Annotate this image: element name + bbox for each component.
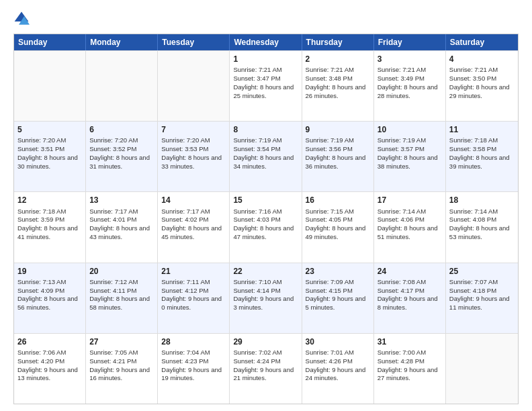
day-cell-16: 16Sunrise: 7:15 AM Sunset: 4:05 PM Dayli… [302, 192, 374, 262]
day-number: 25 [449, 266, 515, 277]
day-number: 13 [89, 195, 154, 205]
day-info: Sunrise: 7:01 AM Sunset: 4:26 PM Dayligh… [306, 349, 370, 383]
day-cell-15: 15Sunrise: 7:16 AM Sunset: 4:03 PM Dayli… [230, 192, 302, 262]
day-info: Sunrise: 7:11 AM Sunset: 4:12 PM Dayligh… [161, 278, 226, 312]
day-cell-18: 18Sunrise: 7:14 AM Sunset: 4:08 PM Dayli… [446, 192, 518, 262]
calendar-row-4: 19Sunrise: 7:13 AM Sunset: 4:09 PM Dayli… [14, 263, 518, 333]
day-number: 14 [161, 195, 226, 205]
day-cell-21: 21Sunrise: 7:11 AM Sunset: 4:12 PM Dayli… [158, 263, 230, 333]
day-info: Sunrise: 7:14 AM Sunset: 4:08 PM Dayligh… [449, 208, 515, 242]
day-cell-14: 14Sunrise: 7:17 AM Sunset: 4:02 PM Dayli… [158, 192, 230, 262]
day-number: 26 [17, 336, 82, 347]
day-cell-5: 5Sunrise: 7:20 AM Sunset: 3:51 PM Daylig… [14, 122, 86, 191]
day-info: Sunrise: 7:02 AM Sunset: 4:24 PM Dayligh… [233, 349, 298, 383]
day-info: Sunrise: 7:21 AM Sunset: 3:49 PM Dayligh… [378, 66, 442, 100]
day-cell-31: 31Sunrise: 7:00 AM Sunset: 4:28 PM Dayli… [374, 334, 446, 404]
day-number: 23 [306, 266, 370, 277]
day-info: Sunrise: 7:21 AM Sunset: 3:47 PM Dayligh… [233, 66, 298, 100]
day-number: 27 [89, 336, 154, 347]
day-cell-23: 23Sunrise: 7:09 AM Sunset: 4:15 PM Dayli… [302, 263, 374, 333]
empty-cell [446, 334, 518, 404]
day-info: Sunrise: 7:20 AM Sunset: 3:53 PM Dayligh… [161, 136, 226, 171]
weekday-header-friday: Friday [374, 34, 446, 50]
calendar-row-5: 26Sunrise: 7:06 AM Sunset: 4:20 PM Dayli… [14, 333, 518, 404]
day-info: Sunrise: 7:09 AM Sunset: 4:15 PM Dayligh… [306, 278, 370, 312]
day-cell-6: 6Sunrise: 7:20 AM Sunset: 3:52 PM Daylig… [86, 122, 158, 191]
day-info: Sunrise: 7:05 AM Sunset: 4:21 PM Dayligh… [89, 349, 154, 383]
day-cell-8: 8Sunrise: 7:19 AM Sunset: 3:54 PM Daylig… [230, 122, 302, 191]
day-cell-28: 28Sunrise: 7:04 AM Sunset: 4:23 PM Dayli… [158, 334, 230, 404]
day-cell-9: 9Sunrise: 7:19 AM Sunset: 3:56 PM Daylig… [302, 122, 374, 191]
day-cell-7: 7Sunrise: 7:20 AM Sunset: 3:53 PM Daylig… [158, 122, 230, 191]
day-cell-13: 13Sunrise: 7:17 AM Sunset: 4:01 PM Dayli… [86, 192, 158, 262]
day-info: Sunrise: 7:00 AM Sunset: 4:28 PM Dayligh… [378, 349, 442, 383]
calendar: SundayMondayTuesdayWednesdayThursdayFrid… [13, 34, 519, 404]
day-cell-22: 22Sunrise: 7:10 AM Sunset: 4:14 PM Dayli… [230, 263, 302, 333]
day-number: 22 [233, 266, 298, 277]
day-number: 4 [449, 54, 515, 64]
day-cell-3: 3Sunrise: 7:21 AM Sunset: 3:49 PM Daylig… [374, 51, 446, 121]
day-number: 5 [17, 124, 82, 135]
day-info: Sunrise: 7:15 AM Sunset: 4:05 PM Dayligh… [306, 208, 370, 242]
day-info: Sunrise: 7:14 AM Sunset: 4:06 PM Dayligh… [378, 208, 442, 242]
day-number: 31 [378, 336, 442, 347]
page: SundayMondayTuesdayWednesdayThursdayFrid… [0, 0, 532, 411]
day-info: Sunrise: 7:19 AM Sunset: 3:54 PM Dayligh… [233, 136, 298, 171]
calendar-row-2: 5Sunrise: 7:20 AM Sunset: 3:51 PM Daylig… [14, 121, 518, 191]
day-info: Sunrise: 7:08 AM Sunset: 4:17 PM Dayligh… [378, 278, 442, 312]
day-info: Sunrise: 7:13 AM Sunset: 4:09 PM Dayligh… [17, 278, 82, 312]
day-info: Sunrise: 7:17 AM Sunset: 4:01 PM Dayligh… [89, 208, 154, 242]
day-info: Sunrise: 7:07 AM Sunset: 4:18 PM Dayligh… [449, 278, 515, 312]
weekday-header-saturday: Saturday [446, 34, 518, 50]
calendar-body: 1Sunrise: 7:21 AM Sunset: 3:47 PM Daylig… [14, 50, 518, 404]
day-cell-30: 30Sunrise: 7:01 AM Sunset: 4:26 PM Dayli… [302, 334, 374, 404]
day-cell-12: 12Sunrise: 7:18 AM Sunset: 3:59 PM Dayli… [14, 192, 86, 262]
header [13, 11, 519, 27]
day-cell-11: 11Sunrise: 7:18 AM Sunset: 3:58 PM Dayli… [446, 122, 518, 191]
logo-icon [13, 11, 30, 27]
day-number: 3 [378, 54, 442, 64]
day-info: Sunrise: 7:06 AM Sunset: 4:20 PM Dayligh… [17, 349, 82, 383]
day-number: 7 [161, 124, 226, 135]
weekday-header-tuesday: Tuesday [158, 34, 230, 50]
day-cell-1: 1Sunrise: 7:21 AM Sunset: 3:47 PM Daylig… [230, 51, 302, 121]
day-cell-26: 26Sunrise: 7:06 AM Sunset: 4:20 PM Dayli… [14, 334, 86, 404]
day-number: 1 [233, 54, 298, 64]
weekday-header-thursday: Thursday [302, 34, 374, 50]
weekday-header-monday: Monday [86, 34, 158, 50]
day-number: 8 [233, 124, 298, 135]
day-cell-10: 10Sunrise: 7:19 AM Sunset: 3:57 PM Dayli… [374, 122, 446, 191]
day-info: Sunrise: 7:20 AM Sunset: 3:51 PM Dayligh… [17, 136, 82, 171]
day-cell-4: 4Sunrise: 7:21 AM Sunset: 3:50 PM Daylig… [446, 51, 518, 121]
calendar-row-3: 12Sunrise: 7:18 AM Sunset: 3:59 PM Dayli… [14, 191, 518, 262]
day-number: 12 [17, 195, 82, 205]
day-number: 16 [306, 195, 370, 205]
day-cell-20: 20Sunrise: 7:12 AM Sunset: 4:11 PM Dayli… [86, 263, 158, 333]
day-cell-27: 27Sunrise: 7:05 AM Sunset: 4:21 PM Dayli… [86, 334, 158, 404]
day-info: Sunrise: 7:12 AM Sunset: 4:11 PM Dayligh… [89, 278, 154, 312]
day-info: Sunrise: 7:04 AM Sunset: 4:23 PM Dayligh… [161, 349, 226, 383]
logo [13, 11, 32, 27]
day-cell-17: 17Sunrise: 7:14 AM Sunset: 4:06 PM Dayli… [374, 192, 446, 262]
day-number: 10 [378, 124, 442, 135]
day-info: Sunrise: 7:21 AM Sunset: 3:48 PM Dayligh… [306, 66, 370, 100]
day-cell-24: 24Sunrise: 7:08 AM Sunset: 4:17 PM Dayli… [374, 263, 446, 333]
day-number: 24 [378, 266, 442, 277]
calendar-header: SundayMondayTuesdayWednesdayThursdayFrid… [14, 34, 518, 50]
day-number: 2 [306, 54, 370, 64]
empty-cell [14, 51, 86, 121]
day-number: 20 [89, 266, 154, 277]
day-number: 30 [306, 336, 370, 347]
day-number: 9 [306, 124, 370, 135]
day-info: Sunrise: 7:19 AM Sunset: 3:56 PM Dayligh… [306, 136, 370, 171]
weekday-header-sunday: Sunday [14, 34, 86, 50]
day-number: 29 [233, 336, 298, 347]
day-cell-2: 2Sunrise: 7:21 AM Sunset: 3:48 PM Daylig… [302, 51, 374, 121]
day-number: 15 [233, 195, 298, 205]
day-cell-19: 19Sunrise: 7:13 AM Sunset: 4:09 PM Dayli… [14, 263, 86, 333]
empty-cell [86, 51, 158, 121]
day-number: 21 [161, 266, 226, 277]
day-number: 28 [161, 336, 226, 347]
day-info: Sunrise: 7:20 AM Sunset: 3:52 PM Dayligh… [89, 136, 154, 171]
day-cell-29: 29Sunrise: 7:02 AM Sunset: 4:24 PM Dayli… [230, 334, 302, 404]
